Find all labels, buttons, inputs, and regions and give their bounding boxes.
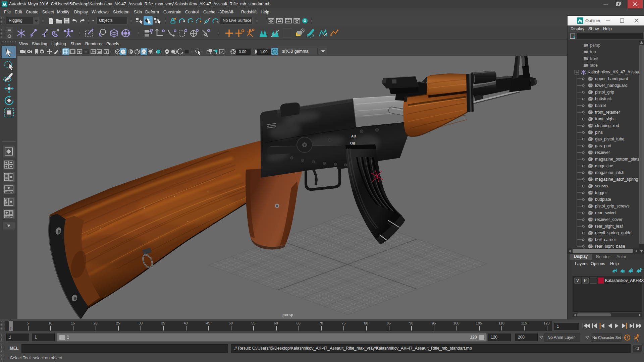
svg-text:ОД: ОД	[350, 141, 355, 145]
svg-text:ON: ON	[273, 51, 277, 53]
svg-text:АВ: АВ	[351, 134, 356, 138]
svg-text:IPR: IPR	[286, 20, 290, 23]
